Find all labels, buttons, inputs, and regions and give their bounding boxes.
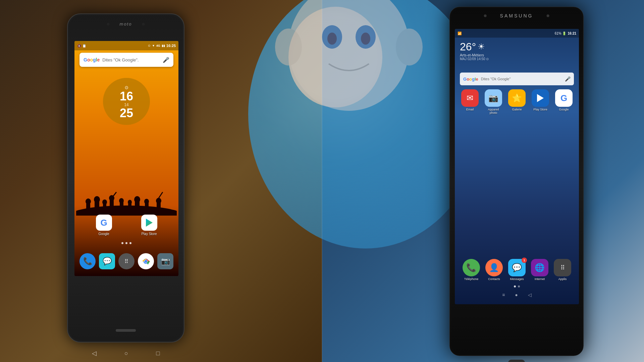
status-left-right: 📶 <box>458 32 462 35</box>
svg-point-11 <box>94 196 100 203</box>
status-bar-left: 🔇 📋 ⊙ ▼ 4G ▮▮ 16:25 <box>74 41 178 50</box>
gallery-label: Galerie <box>512 108 522 111</box>
play-store-app-icon-right[interactable]: Play Store <box>532 89 549 115</box>
fingerprint-sensor-left <box>116 329 136 332</box>
phone-left-screen: 🔇 📋 ⊙ ▼ 4G ▮▮ 16:25 Google <box>74 41 178 276</box>
svg-rect-19 <box>128 203 131 216</box>
front-camera-left <box>107 23 110 26</box>
svg-point-0 <box>288 0 409 111</box>
play-store-app-icon[interactable]: Play Store <box>141 215 157 236</box>
sensor-right <box>546 14 549 17</box>
time-right: 16:21 <box>568 32 576 35</box>
svg-marker-28 <box>146 219 153 227</box>
moto-brand-label: moto <box>120 21 132 27</box>
svg-point-18 <box>119 198 124 203</box>
nav-buttons-left: ◁ ○ □ <box>68 346 184 360</box>
front-camera-right <box>484 14 487 17</box>
svg-point-9 <box>86 198 91 205</box>
status-left-icons: 🔇 📋 <box>77 44 86 48</box>
play-store-app-img <box>141 215 157 231</box>
clock-widget-left: ⚙ 16 14 25 <box>103 78 150 125</box>
fingerprint-sensor-right <box>508 360 525 362</box>
google-label-right: Google <box>559 108 569 111</box>
applis-dock-right[interactable]: ⠿ Applis <box>554 259 571 281</box>
nav-area-right: ≡ ● ◁ <box>455 292 579 298</box>
camera-label: Appareilphoto <box>488 108 499 115</box>
weather-widget-right: 26° ☀ Arts-et-Métiers MAJ 02/09 14:50 ⊙ <box>460 41 489 61</box>
google-app-icon[interactable]: G Google <box>96 215 112 236</box>
phone-dock-right[interactable]: 📞 Téléphone <box>463 259 480 281</box>
messages-label-right: Messages <box>510 277 524 281</box>
dock-right: 📞 Téléphone 👤 Contacts 💬 1 <box>455 259 579 281</box>
recents-button-left[interactable]: □ <box>156 350 160 357</box>
google-app-img: G <box>96 215 112 231</box>
phone-right-screen: 📶 61% 🔋 16:21 26° ☀ Arts-et-Métiers MAJ … <box>455 29 579 304</box>
status-bar-right: 📶 61% 🔋 16:21 <box>455 29 579 38</box>
scene: moto 🔇 📋 ⊙ ▼ 4G ▮▮ 16:25 <box>0 0 644 362</box>
app-icons-left: G Google <box>74 215 178 236</box>
svg-point-13 <box>102 199 107 205</box>
phone-dock-icon[interactable]: 📞 <box>79 253 96 269</box>
phone-label-right: Téléphone <box>464 277 479 281</box>
google-search-bar-right[interactable]: Google Dites "Ok Google" 🎤 <box>460 73 574 85</box>
weather-date-right: MAJ 02/09 14:50 ⊙ <box>460 57 489 61</box>
home-button-right[interactable]: ● <box>515 292 518 298</box>
messages-dock-right[interactable]: 💬 1 Messages <box>508 259 526 281</box>
mic-icon-right[interactable]: 🎤 <box>565 76 571 82</box>
svg-point-3 <box>327 33 337 45</box>
phone-left-body: moto 🔇 📋 ⊙ ▼ 4G ▮▮ 16:25 <box>67 13 184 343</box>
status-right-icons: ⊙ ▼ 4G ▮▮ 16:25 <box>148 44 176 48</box>
contacts-label-right: Contacts <box>488 277 500 281</box>
gallery-app-icon[interactable]: ⭐ Galerie <box>508 89 526 115</box>
apps-dock-icon[interactable]: ⠿ <box>118 253 135 269</box>
chrome-dock-icon[interactable] <box>138 253 154 269</box>
play-store-label-right: Play Store <box>533 108 547 111</box>
google-logo-right: Google <box>463 77 478 82</box>
back-button-right[interactable]: ◁ <box>528 292 532 298</box>
contacts-dock-right[interactable]: 👤 Contacts <box>485 259 503 281</box>
internet-label-right: Internet <box>535 277 545 281</box>
speaker-dot-left <box>142 23 145 26</box>
clock-hour-left: 16 <box>120 90 133 102</box>
character-silhouettes <box>74 182 178 216</box>
internet-dock-right[interactable]: 🌐 Internet <box>531 259 548 281</box>
phone-right: SAMSUNG 📶 61% 🔋 16:21 <box>449 7 584 356</box>
dock-left: 📞 💬 ⠿ <box>74 253 178 269</box>
svg-rect-14 <box>110 199 114 216</box>
svg-point-32 <box>145 260 147 263</box>
camera-dock-icon[interactable]: 📷 <box>157 253 173 269</box>
svg-rect-17 <box>120 201 123 216</box>
samsung-brand-label: SAMSUNG <box>500 13 533 18</box>
mic-icon-left[interactable]: 🎤 <box>163 57 169 63</box>
google-search-bar-left[interactable]: Google Dites "Ok Google". 🎤 <box>79 53 173 67</box>
back-button-left[interactable]: ◁ <box>92 350 97 357</box>
google-app-icon-right[interactable]: G Google <box>555 89 573 115</box>
svg-point-24 <box>144 199 149 204</box>
email-app-icon[interactable]: ✉ Email <box>461 89 479 115</box>
camera-app-icon[interactable]: 📷 Appareilphoto <box>485 89 502 115</box>
svg-point-4 <box>361 33 370 45</box>
svg-marker-33 <box>537 94 544 102</box>
svg-line-27 <box>159 192 163 198</box>
clock-minute-left: 25 <box>120 107 133 119</box>
svg-rect-23 <box>145 202 149 216</box>
svg-point-7 <box>76 206 177 216</box>
email-label: Email <box>466 108 474 111</box>
home-button-left[interactable]: ○ <box>124 350 128 357</box>
background-character-circle <box>248 0 483 248</box>
menu-button-right[interactable]: ≡ <box>502 292 505 298</box>
google-app-label: Google <box>98 232 109 236</box>
messages-dock-icon[interactable]: 💬 <box>99 253 115 269</box>
battery-percent-right: 61% 🔋 <box>555 32 567 35</box>
status-right-right: 61% 🔋 16:21 <box>555 32 576 35</box>
ok-google-text-left: Dites "Ok Google". <box>102 57 160 62</box>
weather-location-right: Arts-et-Métiers <box>460 53 489 57</box>
svg-point-26 <box>156 198 161 204</box>
page-dots-left <box>74 242 178 244</box>
app-grid-right: ✉ Email 📷 Appareilphoto ⭐ <box>455 89 579 115</box>
center-divider <box>322 0 322 362</box>
weather-temp-right: 26° <box>460 41 476 53</box>
svg-point-5 <box>275 29 302 65</box>
ok-google-text-right: Dites "Ok Google" <box>481 77 562 81</box>
phone-left: moto 🔇 📋 ⊙ ▼ 4G ▮▮ 16:25 <box>67 13 184 343</box>
